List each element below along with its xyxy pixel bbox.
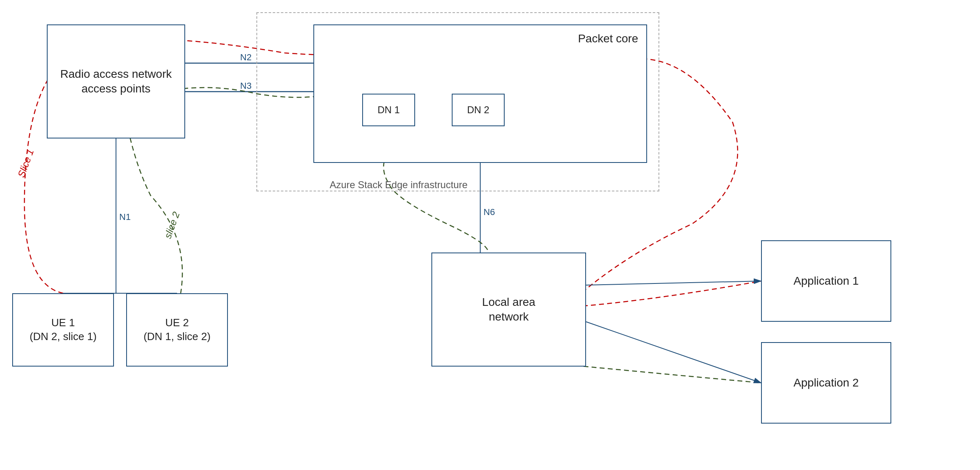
dn2-box: DN 2 xyxy=(452,94,505,126)
azure-infra-label: Azure Stack Edge infrastructure xyxy=(330,179,468,191)
app2-box: Application 2 xyxy=(761,342,891,424)
packet-core-label: Packet core xyxy=(578,31,638,46)
svg-line-11 xyxy=(586,322,761,383)
dn1-box: DN 1 xyxy=(362,94,415,126)
n2-label: N2 xyxy=(240,52,252,63)
n6-label: N6 xyxy=(483,207,495,217)
dn1-label: DN 1 xyxy=(378,103,400,116)
n3-label: N3 xyxy=(240,81,252,91)
ue1-label: UE 1(DN 2, slice 1) xyxy=(30,316,97,344)
svg-line-10 xyxy=(586,281,761,285)
ran-box: Radio access network access points xyxy=(47,24,185,138)
n1-label: N1 xyxy=(119,212,131,222)
app1-box: Application 1 xyxy=(761,240,891,322)
app2-label: Application 2 xyxy=(794,376,859,390)
ue2-box: UE 2(DN 1, slice 2) xyxy=(126,293,228,367)
ran-label: Radio access network access points xyxy=(48,67,184,97)
app1-label: Application 1 xyxy=(794,274,859,288)
lan-label: Local areanetwork xyxy=(482,295,536,325)
ue2-label: UE 2(DN 1, slice 2) xyxy=(144,316,211,344)
ue1-box: UE 1(DN 2, slice 1) xyxy=(12,293,114,367)
lan-box: Local areanetwork xyxy=(431,253,586,367)
dn2-label: DN 2 xyxy=(467,103,490,116)
